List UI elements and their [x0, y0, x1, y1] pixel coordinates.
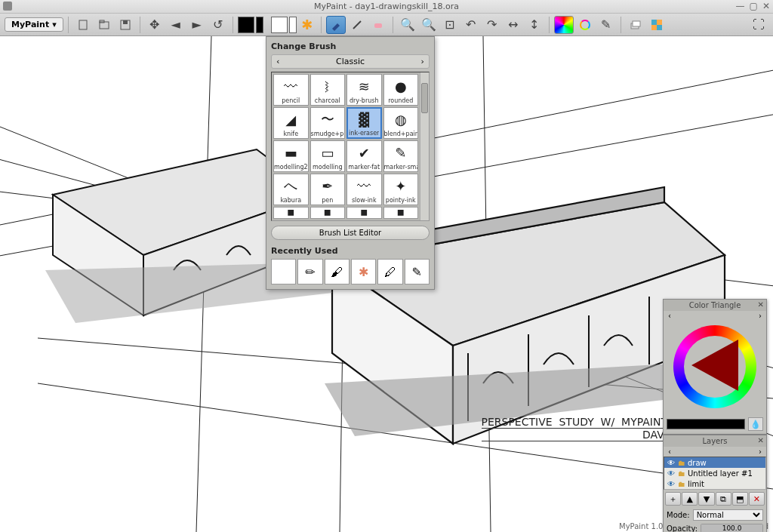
current-brush-button[interactable]: ✱ — [298, 16, 316, 34]
duplicate-layer-button[interactable]: ⧉ — [716, 492, 731, 506]
fullscreen-button[interactable]: ⛶ — [749, 16, 768, 34]
panel-header[interactable]: Layers ✕ — [664, 435, 766, 447]
brush-cell[interactable]: ●rounded — [383, 74, 419, 106]
open-file-button[interactable] — [94, 16, 114, 34]
brush-cell[interactable]: 〜smudge+paint — [310, 107, 346, 139]
eyedropper-button[interactable]: 💧 — [748, 417, 763, 431]
zoom-fit-button[interactable]: ⊡ — [440, 16, 460, 34]
separator — [321, 17, 322, 33]
layer-row[interactable]: 👁🖿limit — [664, 478, 765, 489]
visibility-icon[interactable]: 👁 — [667, 458, 676, 467]
recent-brush[interactable]: ✎ — [405, 259, 430, 284]
brush-cell[interactable]: ◍blend+paint — [383, 107, 419, 139]
next-icon[interactable]: › — [759, 312, 762, 320]
recent-brush[interactable]: 🖊 — [377, 259, 402, 284]
layer-name: Untitled layer #1 — [688, 469, 753, 478]
brush-cell[interactable]: 〰slow-ink — [346, 174, 382, 205]
brush-thumb-icon: 〰 — [274, 75, 308, 97]
layer-row[interactable]: 👁🖿Untitled layer #1 — [664, 468, 765, 478]
brush-popup: Change Brush ‹ Classic › 〰pencil⧘charcoa… — [266, 36, 435, 290]
mirror-v-button[interactable]: ↕ — [525, 16, 544, 34]
line-tool-button[interactable] — [347, 16, 367, 34]
window-title: MyPaint - day1-drawingskill_18.ora — [314, 2, 459, 11]
eraser-tool-button[interactable] — [368, 16, 388, 34]
brush-cell[interactable]: ◢knife — [273, 107, 309, 139]
scratchpad-button[interactable]: ↺ — [208, 16, 228, 34]
visibility-icon[interactable]: 👁 — [667, 479, 676, 488]
opacity-slider[interactable]: 100.0 — [701, 524, 763, 532]
color-secondary-dropdown[interactable] — [289, 17, 297, 33]
brush-label: rounded — [388, 97, 413, 104]
brush-list-editor-button[interactable]: Brush List Editor — [271, 226, 430, 240]
minimize-button[interactable]: — — [736, 1, 745, 11]
brush-cell[interactable]: ▭modelling — [310, 140, 346, 172]
prev-category-icon[interactable]: ‹ — [276, 57, 279, 66]
scrollbar-thumb[interactable] — [421, 83, 428, 113]
recent-brush[interactable]: 🖌 — [325, 259, 350, 284]
brush-cell[interactable]: ✔marker-fat — [346, 140, 382, 172]
brush-cell[interactable]: ◼ — [383, 207, 419, 219]
prev-icon[interactable]: ‹ — [668, 447, 671, 456]
brush-label: marker-fat — [348, 164, 380, 171]
brush-cell[interactable]: ▬modelling2 — [273, 140, 309, 172]
layers-button[interactable] — [626, 16, 645, 34]
brush-cell[interactable]: ✎marker-small — [383, 140, 419, 172]
next-category-icon[interactable]: › — [421, 57, 424, 66]
brush-cell[interactable]: ✦pointy-ink — [383, 174, 419, 205]
layer-name: draw — [688, 459, 707, 467]
background-button[interactable] — [647, 16, 667, 34]
mirror-h-button[interactable]: ↔ — [504, 16, 523, 34]
new-file-button[interactable] — [73, 16, 93, 34]
app-menu-button[interactable]: MyPaint ▾ — [5, 17, 63, 32]
brush-cell[interactable]: ✒pen — [310, 174, 346, 205]
delete-layer-button[interactable]: ✕ — [749, 492, 765, 506]
brush-cell[interactable]: ≋dry-brush — [346, 74, 382, 106]
maximize-button[interactable]: ▢ — [750, 1, 758, 11]
blend-mode-select[interactable]: Normal — [693, 509, 763, 521]
saturation-triangle[interactable] — [691, 340, 738, 391]
rotate-cw-button[interactable]: ↷ — [482, 16, 502, 34]
color-wheel[interactable] — [667, 324, 763, 414]
color-primary-swatch[interactable] — [238, 17, 254, 33]
save-file-button[interactable] — [115, 16, 135, 34]
prev-icon[interactable]: ‹ — [668, 312, 671, 320]
visibility-icon[interactable]: 👁 — [667, 469, 676, 478]
next-icon[interactable]: › — [759, 447, 762, 456]
color-primary-dropdown[interactable] — [256, 17, 263, 33]
close-icon[interactable]: ✕ — [758, 300, 764, 309]
brush-cell[interactable]: ⧘charcoal — [310, 74, 346, 106]
recent-brush[interactable]: ✏ — [297, 259, 322, 284]
current-color-swatch[interactable] — [667, 419, 745, 429]
color-ring-button[interactable] — [575, 16, 595, 34]
panel-header[interactable]: Color Triangle ✕ — [664, 300, 766, 311]
brush-cell[interactable]: ◼ — [346, 207, 382, 219]
brush-cell[interactable]: ▓ink-eraser — [346, 107, 382, 139]
rotate-ccw-button[interactable]: ↶ — [461, 16, 481, 34]
layer-row[interactable]: 👁🖿draw — [664, 457, 765, 468]
redo-button[interactable]: ► — [187, 16, 207, 34]
brush-thumb-icon: ▭ — [311, 141, 345, 164]
brush-cell[interactable]: 〰pencil — [273, 74, 309, 106]
move-layer-up-button[interactable]: ▲ — [682, 492, 698, 506]
undo-button[interactable]: ◄ — [166, 16, 186, 34]
brush-cell[interactable]: ◼ — [310, 207, 346, 219]
color-secondary-swatch[interactable] — [271, 17, 288, 33]
close-button[interactable]: ✕ — [762, 1, 770, 11]
freehand-tool-button[interactable] — [326, 16, 346, 34]
move-tool-button[interactable]: ✥ — [145, 16, 165, 34]
recent-brush[interactable] — [271, 259, 296, 284]
zoom-in-button[interactable]: 🔍 — [398, 16, 417, 34]
brush-scrollbar[interactable] — [420, 72, 429, 220]
pick-color-button[interactable]: ✎ — [596, 16, 616, 34]
close-icon[interactable]: ✕ — [758, 436, 764, 444]
move-layer-down-button[interactable]: ▼ — [698, 492, 714, 506]
brush-category-nav[interactable]: ‹ Classic › — [271, 54, 430, 69]
add-layer-button[interactable]: ＋ — [665, 492, 681, 506]
merge-layer-button[interactable]: ⬒ — [732, 492, 748, 506]
brush-cell[interactable]: ◼ — [273, 207, 309, 219]
recent-brush[interactable]: ✱ — [351, 259, 376, 284]
brush-cell[interactable]: へkabura — [273, 174, 309, 205]
zoom-out-button[interactable]: 🔍 — [419, 16, 439, 34]
color-selector-button[interactable] — [554, 16, 574, 34]
layer-name: limit — [688, 480, 704, 488]
